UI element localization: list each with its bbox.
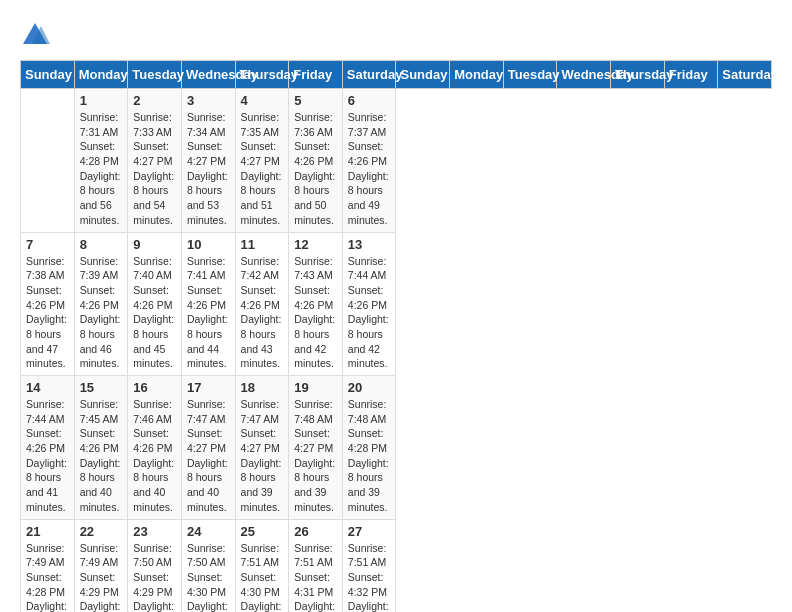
calendar-week-3: 21Sunrise: 7:49 AMSunset: 4:28 PMDayligh… [21, 519, 772, 612]
header-thursday: Thursday [235, 61, 289, 89]
calendar-cell: 16Sunrise: 7:46 AMSunset: 4:26 PMDayligh… [128, 376, 182, 520]
day-number: 4 [241, 93, 284, 108]
calendar-cell: 9Sunrise: 7:40 AMSunset: 4:26 PMDaylight… [128, 232, 182, 376]
day-info: Sunrise: 7:51 AMSunset: 4:31 PMDaylight:… [294, 541, 337, 613]
day-number: 2 [133, 93, 176, 108]
day-info: Sunrise: 7:51 AMSunset: 4:32 PMDaylight:… [348, 541, 391, 613]
page-header [20, 20, 772, 50]
calendar-cell [21, 89, 75, 233]
calendar-cell: 18Sunrise: 7:47 AMSunset: 4:27 PMDayligh… [235, 376, 289, 520]
day-number: 25 [241, 524, 284, 539]
logo-icon [20, 20, 50, 50]
day-number: 9 [133, 237, 176, 252]
calendar-cell: 23Sunrise: 7:50 AMSunset: 4:29 PMDayligh… [128, 519, 182, 612]
calendar-cell: 2Sunrise: 7:33 AMSunset: 4:27 PMDaylight… [128, 89, 182, 233]
day-info: Sunrise: 7:33 AMSunset: 4:27 PMDaylight:… [133, 110, 176, 228]
day-info: Sunrise: 7:51 AMSunset: 4:30 PMDaylight:… [241, 541, 284, 613]
day-info: Sunrise: 7:37 AMSunset: 4:26 PMDaylight:… [348, 110, 391, 228]
day-info: Sunrise: 7:50 AMSunset: 4:30 PMDaylight:… [187, 541, 230, 613]
header-wednesday: Wednesday [181, 61, 235, 89]
header-monday: Monday [74, 61, 128, 89]
day-info: Sunrise: 7:41 AMSunset: 4:26 PMDaylight:… [187, 254, 230, 372]
calendar-cell: 22Sunrise: 7:49 AMSunset: 4:29 PMDayligh… [74, 519, 128, 612]
calendar-cell: 1Sunrise: 7:31 AMSunset: 4:28 PMDaylight… [74, 89, 128, 233]
day-number: 15 [80, 380, 123, 395]
day-info: Sunrise: 7:40 AMSunset: 4:26 PMDaylight:… [133, 254, 176, 372]
day-number: 3 [187, 93, 230, 108]
header-friday: Friday [664, 61, 718, 89]
calendar-cell: 20Sunrise: 7:48 AMSunset: 4:28 PMDayligh… [342, 376, 396, 520]
day-number: 19 [294, 380, 337, 395]
day-info: Sunrise: 7:49 AMSunset: 4:28 PMDaylight:… [26, 541, 69, 613]
header-friday: Friday [289, 61, 343, 89]
day-info: Sunrise: 7:47 AMSunset: 4:27 PMDaylight:… [187, 397, 230, 515]
calendar-table: SundayMondayTuesdayWednesdayThursdayFrid… [20, 60, 772, 612]
header-sunday: Sunday [21, 61, 75, 89]
day-number: 20 [348, 380, 391, 395]
calendar-cell: 17Sunrise: 7:47 AMSunset: 4:27 PMDayligh… [181, 376, 235, 520]
calendar-cell: 3Sunrise: 7:34 AMSunset: 4:27 PMDaylight… [181, 89, 235, 233]
calendar-cell: 8Sunrise: 7:39 AMSunset: 4:26 PMDaylight… [74, 232, 128, 376]
day-info: Sunrise: 7:31 AMSunset: 4:28 PMDaylight:… [80, 110, 123, 228]
day-info: Sunrise: 7:42 AMSunset: 4:26 PMDaylight:… [241, 254, 284, 372]
header-saturday: Saturday [342, 61, 396, 89]
day-number: 5 [294, 93, 337, 108]
calendar-cell: 7Sunrise: 7:38 AMSunset: 4:26 PMDaylight… [21, 232, 75, 376]
day-number: 24 [187, 524, 230, 539]
day-info: Sunrise: 7:34 AMSunset: 4:27 PMDaylight:… [187, 110, 230, 228]
calendar-cell: 19Sunrise: 7:48 AMSunset: 4:27 PMDayligh… [289, 376, 343, 520]
day-number: 26 [294, 524, 337, 539]
day-info: Sunrise: 7:36 AMSunset: 4:26 PMDaylight:… [294, 110, 337, 228]
calendar-cell: 14Sunrise: 7:44 AMSunset: 4:26 PMDayligh… [21, 376, 75, 520]
header-tuesday: Tuesday [128, 61, 182, 89]
day-number: 6 [348, 93, 391, 108]
day-info: Sunrise: 7:48 AMSunset: 4:28 PMDaylight:… [348, 397, 391, 515]
calendar-cell: 13Sunrise: 7:44 AMSunset: 4:26 PMDayligh… [342, 232, 396, 376]
day-info: Sunrise: 7:44 AMSunset: 4:26 PMDaylight:… [348, 254, 391, 372]
day-info: Sunrise: 7:39 AMSunset: 4:26 PMDaylight:… [80, 254, 123, 372]
calendar-cell: 10Sunrise: 7:41 AMSunset: 4:26 PMDayligh… [181, 232, 235, 376]
day-info: Sunrise: 7:48 AMSunset: 4:27 PMDaylight:… [294, 397, 337, 515]
calendar-cell: 27Sunrise: 7:51 AMSunset: 4:32 PMDayligh… [342, 519, 396, 612]
day-number: 18 [241, 380, 284, 395]
day-number: 11 [241, 237, 284, 252]
day-info: Sunrise: 7:47 AMSunset: 4:27 PMDaylight:… [241, 397, 284, 515]
day-number: 12 [294, 237, 337, 252]
day-info: Sunrise: 7:44 AMSunset: 4:26 PMDaylight:… [26, 397, 69, 515]
day-number: 8 [80, 237, 123, 252]
calendar-cell: 25Sunrise: 7:51 AMSunset: 4:30 PMDayligh… [235, 519, 289, 612]
calendar-week-0: 1Sunrise: 7:31 AMSunset: 4:28 PMDaylight… [21, 89, 772, 233]
calendar-cell: 6Sunrise: 7:37 AMSunset: 4:26 PMDaylight… [342, 89, 396, 233]
day-info: Sunrise: 7:43 AMSunset: 4:26 PMDaylight:… [294, 254, 337, 372]
day-number: 17 [187, 380, 230, 395]
calendar-cell: 12Sunrise: 7:43 AMSunset: 4:26 PMDayligh… [289, 232, 343, 376]
day-number: 21 [26, 524, 69, 539]
calendar-cell: 5Sunrise: 7:36 AMSunset: 4:26 PMDaylight… [289, 89, 343, 233]
day-number: 27 [348, 524, 391, 539]
calendar-header-row: SundayMondayTuesdayWednesdayThursdayFrid… [21, 61, 772, 89]
day-info: Sunrise: 7:46 AMSunset: 4:26 PMDaylight:… [133, 397, 176, 515]
calendar-week-1: 7Sunrise: 7:38 AMSunset: 4:26 PMDaylight… [21, 232, 772, 376]
logo [20, 20, 54, 50]
day-number: 22 [80, 524, 123, 539]
header-saturday: Saturday [718, 61, 772, 89]
day-info: Sunrise: 7:38 AMSunset: 4:26 PMDaylight:… [26, 254, 69, 372]
calendar-cell: 21Sunrise: 7:49 AMSunset: 4:28 PMDayligh… [21, 519, 75, 612]
calendar-cell: 26Sunrise: 7:51 AMSunset: 4:31 PMDayligh… [289, 519, 343, 612]
calendar-cell: 24Sunrise: 7:50 AMSunset: 4:30 PMDayligh… [181, 519, 235, 612]
day-number: 14 [26, 380, 69, 395]
day-info: Sunrise: 7:49 AMSunset: 4:29 PMDaylight:… [80, 541, 123, 613]
day-info: Sunrise: 7:45 AMSunset: 4:26 PMDaylight:… [80, 397, 123, 515]
calendar-week-2: 14Sunrise: 7:44 AMSunset: 4:26 PMDayligh… [21, 376, 772, 520]
day-number: 16 [133, 380, 176, 395]
header-thursday: Thursday [611, 61, 665, 89]
day-info: Sunrise: 7:35 AMSunset: 4:27 PMDaylight:… [241, 110, 284, 228]
day-number: 7 [26, 237, 69, 252]
header-tuesday: Tuesday [503, 61, 557, 89]
calendar-cell: 4Sunrise: 7:35 AMSunset: 4:27 PMDaylight… [235, 89, 289, 233]
day-number: 23 [133, 524, 176, 539]
day-number: 13 [348, 237, 391, 252]
day-info: Sunrise: 7:50 AMSunset: 4:29 PMDaylight:… [133, 541, 176, 613]
day-number: 10 [187, 237, 230, 252]
header-sunday: Sunday [396, 61, 450, 89]
